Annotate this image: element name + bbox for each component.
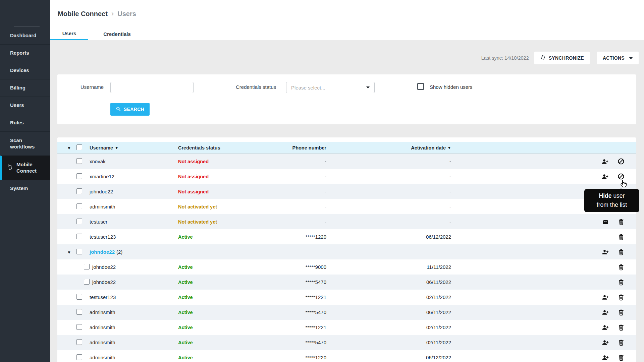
table-row: testuserNot activated yet-- [57, 214, 636, 229]
person-add-icon[interactable] [602, 339, 609, 346]
activation-date-cell: 02/11/2022 [326, 324, 451, 330]
activation-date-cell: 06/12/2022 [326, 234, 451, 240]
row-checkbox[interactable] [76, 234, 82, 239]
row-checkbox[interactable] [76, 339, 82, 345]
sidebar-nav: DashboardReportsDevicesBillingUsersRules… [0, 27, 50, 197]
table-row: adminsmithActive*****547006/11/2022 [57, 305, 636, 320]
trash-icon[interactable] [618, 218, 625, 226]
username-label: Username [80, 84, 104, 90]
username-column-header[interactable]: Username▼ [90, 145, 118, 150]
credentials-status-cell: Active [178, 340, 193, 345]
credentials-status-cell: Not activated yet [178, 219, 217, 225]
credentials-status-cell: Not assigned [178, 174, 209, 179]
activation-date-column-header[interactable]: Activation date▼ [411, 145, 451, 150]
breadcrumb-parent[interactable]: Mobile Connect [58, 10, 108, 18]
mail-icon[interactable] [602, 218, 609, 226]
trash-icon[interactable] [618, 354, 625, 361]
person-add-icon[interactable] [602, 324, 609, 331]
activation-date-cell: - [326, 174, 451, 179]
person-add-icon[interactable] [601, 173, 609, 180]
username-cell: testuser123 [90, 294, 116, 300]
phone-number-cell: - [265, 219, 326, 225]
search-icon [116, 106, 121, 113]
row-checkbox[interactable] [76, 188, 82, 194]
show-hidden-checkbox[interactable] [417, 83, 424, 90]
trash-icon[interactable] [618, 279, 625, 286]
trash-icon[interactable] [618, 324, 625, 331]
sidebar-item-label: Mobile Connect [16, 162, 46, 174]
table-body: xnovakNot assigned--xmartine12Not assign… [57, 154, 636, 362]
sidebar-item-label: Devices [10, 67, 29, 74]
person-add-icon[interactable] [602, 354, 609, 361]
username-cell: testuser123 [90, 234, 116, 240]
username-cell: testuser [90, 219, 107, 225]
credentials-status-cell: Active [178, 280, 193, 285]
person-add-icon[interactable] [601, 158, 609, 165]
sidebar-item-rules[interactable]: Rules [0, 114, 50, 131]
sidebar-item-users[interactable]: Users [0, 97, 50, 114]
trash-icon[interactable] [618, 233, 625, 241]
row-checkbox[interactable] [84, 264, 90, 269]
table-row: adminsmithActive*****122102/11/2022 [57, 320, 636, 335]
person-add-icon[interactable] [602, 248, 609, 256]
row-checkbox[interactable] [76, 249, 82, 254]
credentials-status-cell: Active [178, 264, 193, 270]
username-cell: johndoe22 [90, 189, 113, 194]
trash-icon[interactable] [618, 309, 625, 316]
content: Last sync: 14/10/2022 SYNCHRONIZE ACTION… [50, 40, 644, 362]
credentials-status-column-header: Credentials status [178, 145, 220, 150]
tab-credentials[interactable]: Credentials [88, 27, 146, 40]
row-checkbox[interactable] [76, 158, 82, 164]
sort-caret-icon: ▼ [115, 146, 118, 150]
row-checkbox[interactable] [76, 219, 82, 224]
credentials-status-cell: Not activated yet [178, 204, 217, 209]
credentials-status-placeholder: Please select... [291, 85, 325, 90]
sidebar-item-mobile-connect[interactable]: Mobile Connect [0, 156, 50, 180]
username-input[interactable] [110, 82, 194, 93]
username-cell: adminsmith [90, 355, 115, 360]
search-button[interactable]: SEARCH [110, 103, 150, 116]
trash-icon[interactable] [618, 263, 625, 271]
sidebar-item-scan-workflows[interactable]: Scan workflows [0, 131, 50, 156]
trash-icon[interactable] [618, 294, 625, 301]
actions-button[interactable]: ACTIONS [597, 52, 639, 64]
activation-date-cell: 02/11/2022 [326, 294, 451, 300]
row-checkbox[interactable] [76, 294, 82, 300]
hand-cursor-icon [619, 179, 628, 190]
phone-number-cell: - [265, 159, 326, 164]
row-checkbox[interactable] [76, 354, 82, 360]
trash-icon[interactable] [618, 248, 625, 256]
activation-date-cell: - [326, 219, 451, 225]
sidebar-item-dashboard[interactable]: Dashboard [0, 27, 50, 44]
activation-date-cell: - [326, 189, 451, 194]
ban-icon[interactable] [618, 158, 625, 165]
search-label: SEARCH [124, 107, 145, 112]
group-expand-caret-icon[interactable]: ▼ [67, 250, 71, 255]
person-add-icon[interactable] [602, 309, 609, 316]
username-cell[interactable]: johndoe22 [90, 249, 115, 255]
breadcrumb-chevron-icon: › [111, 9, 114, 18]
row-checkbox[interactable] [84, 279, 90, 285]
username-cell: adminsmith [90, 324, 115, 330]
sidebar-item-reports[interactable]: Reports [0, 44, 50, 62]
sidebar-item-billing[interactable]: Billing [0, 79, 50, 97]
table-row: johndoe22Not assigned-- [57, 184, 636, 199]
sidebar-item-system[interactable]: System [0, 180, 50, 197]
tab-users[interactable]: Users [50, 27, 88, 40]
table-row: adminsmithActive*****547002/11/2022 [57, 335, 636, 350]
row-checkbox[interactable] [76, 309, 82, 315]
row-checkbox[interactable] [76, 173, 82, 179]
filter-panel: Username Credentials status Please selec… [57, 74, 636, 124]
row-checkbox[interactable] [76, 203, 82, 209]
main-area: Mobile Connect › Users Users Credentials… [50, 0, 644, 362]
person-add-icon[interactable] [602, 294, 609, 301]
table-row: johndoe22Active*****547006/11/2022 [57, 275, 636, 290]
expand-all-caret-icon[interactable]: ▼ [67, 146, 71, 150]
username-cell: xnovak [90, 159, 106, 164]
synchronize-button[interactable]: SYNCHRONIZE [534, 52, 590, 64]
select-all-checkbox[interactable] [76, 144, 82, 150]
row-checkbox[interactable] [76, 324, 82, 330]
trash-icon[interactable] [618, 339, 625, 346]
sidebar-item-devices[interactable]: Devices [0, 62, 50, 79]
credentials-status-select[interactable]: Please select... [286, 82, 375, 93]
